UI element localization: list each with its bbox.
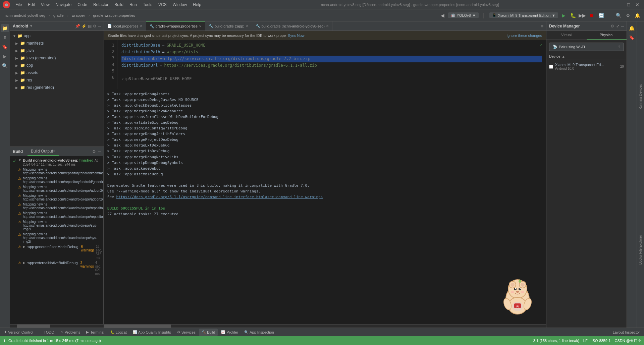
menu-view[interactable]: View bbox=[38, 2, 52, 8]
sync-button[interactable]: 🔄 bbox=[597, 11, 605, 19]
commit-icon[interactable]: ⬆ bbox=[1, 34, 9, 42]
search-everywhere-button[interactable]: 🔍 bbox=[614, 11, 623, 19]
bookmarks-icon[interactable]: 🔖 bbox=[1, 43, 9, 51]
tab-close-icon[interactable]: ✕ bbox=[246, 24, 249, 28]
bottom-services[interactable]: ⚙ Services bbox=[174, 329, 198, 336]
run-config-selector[interactable]: 🤖 YOLOv8 ▼ bbox=[448, 12, 479, 18]
hide-icon[interactable]: ─ bbox=[98, 24, 101, 28]
build-output-tab[interactable]: Build Output ✕ bbox=[28, 147, 59, 156]
menu-code[interactable]: Code bbox=[75, 2, 90, 8]
build-warning-4[interactable]: ⚠ Mapping new ns http://schemas.android.… bbox=[10, 193, 103, 202]
breadcrumb-project[interactable]: ncnn-android-yolov8-seg bbox=[3, 13, 47, 18]
bottom-app-inspection[interactable]: 🔍 App Inspection bbox=[241, 329, 277, 336]
tree-item-res[interactable]: ▶ 📁 res bbox=[10, 76, 104, 84]
maximize-button[interactable]: □ bbox=[625, 1, 633, 9]
build-warning-6[interactable]: ⚠ Mapping new ns http://schemas.android.… bbox=[10, 211, 103, 219]
ignore-changes-link[interactable]: Ignore these changes bbox=[506, 34, 542, 38]
run-with-coverage-button[interactable]: ▶▶ bbox=[578, 11, 586, 19]
breadcrumb-file[interactable]: gradle-wrapper.properties bbox=[91, 13, 137, 18]
bottom-profiler[interactable]: 📈 Profiler bbox=[218, 329, 241, 336]
device-settings-icon[interactable]: ⚙ bbox=[610, 24, 614, 28]
sort-icon[interactable]: ▲ bbox=[562, 55, 565, 58]
pin-icon[interactable]: 📌 bbox=[75, 24, 80, 28]
gradle-docs-link[interactable]: https://docs.gradle.org/6.1.1/userguide/… bbox=[116, 195, 323, 199]
android-dropdown[interactable]: ▼ bbox=[30, 24, 33, 28]
bottom-logcat[interactable]: 🐛 Logcat bbox=[108, 329, 129, 336]
pair-wifi-button[interactable]: 📡 Pair using Wi-Fi ? bbox=[549, 43, 624, 51]
build-warning-7[interactable]: ⚠ Mapping new ns http://schemas.android.… bbox=[10, 219, 103, 232]
bookmarks-side-icon[interactable]: 🔖 bbox=[628, 34, 636, 42]
tab-local-properties[interactable]: 📄 local.properties ✕ bbox=[104, 21, 146, 31]
settings-button[interactable]: ⚙ bbox=[624, 11, 632, 19]
build-hide-icon[interactable]: ─ bbox=[98, 149, 101, 154]
scrollbar-h[interactable] bbox=[10, 324, 104, 328]
device-expand-icon[interactable]: ⤢ bbox=[616, 24, 620, 28]
scrollbar-thumb[interactable] bbox=[17, 325, 50, 328]
build-warning-3[interactable]: ⚠ Mapping new ns http://schemas.android.… bbox=[10, 184, 103, 193]
running-devices-label[interactable]: Running Devices bbox=[638, 81, 643, 112]
menu-run[interactable]: Run bbox=[127, 2, 140, 8]
device-item-xiaomi[interactable]: Xiaomi MI 9 Transparent Ed... Android 10… bbox=[546, 61, 627, 72]
tree-item-cpp[interactable]: ▶ 📁 cpp bbox=[10, 62, 104, 69]
bottom-terminal[interactable]: ▶ Terminal bbox=[84, 329, 107, 336]
build-warning-5[interactable]: ⚠ Mapping new ns http://schemas.android.… bbox=[10, 202, 103, 211]
bottom-problems[interactable]: ⚠ Problems bbox=[58, 329, 83, 336]
find-icon[interactable]: 🔍 bbox=[1, 62, 9, 70]
collapse-all-icon[interactable]: ▤ bbox=[88, 24, 92, 28]
build-warning-8[interactable]: ⚠ Mapping new ns http://schemas.android.… bbox=[10, 232, 103, 244]
tabs-overflow-icon[interactable]: ≡ bbox=[538, 22, 546, 30]
tab-close-icon[interactable]: ✕ bbox=[199, 24, 202, 28]
bottom-app-quality[interactable]: 📊 App Quality Insights bbox=[130, 329, 174, 336]
device-checkbox[interactable] bbox=[549, 65, 553, 69]
build-scrollbar-thumb[interactable] bbox=[104, 325, 171, 328]
settings-panel-icon[interactable]: ⚙ bbox=[93, 24, 97, 28]
tab-close-icon[interactable]: ✕ bbox=[53, 149, 56, 153]
build-warning-2[interactable]: ⚠ Mapping new ns http://schemas.android.… bbox=[10, 176, 103, 184]
build-root-item[interactable]: ✓ ▼ Build ncnn-android-yolov8-seg: finis… bbox=[10, 158, 103, 167]
menu-file[interactable]: File bbox=[13, 2, 24, 8]
tree-item-assets[interactable]: ▶ 📁 assets bbox=[10, 69, 104, 76]
breadcrumb-wrapper[interactable]: wrapper bbox=[70, 13, 87, 18]
bottom-layout-inspector[interactable]: Layout Inspector bbox=[610, 329, 643, 336]
notifications-side-icon[interactable]: 🔔 bbox=[628, 24, 636, 32]
device-hide-icon[interactable]: ─ bbox=[621, 24, 624, 28]
virtual-tab[interactable]: Virtual bbox=[546, 31, 587, 40]
device-config-selector[interactable]: 📱 Xiaomi MI 9 Transparent Edition ▼ bbox=[489, 12, 558, 18]
build-scrollbar-h[interactable] bbox=[104, 324, 546, 328]
project-icon[interactable]: 📁 bbox=[1, 24, 9, 32]
breadcrumb-gradle[interactable]: gradle bbox=[51, 13, 66, 18]
sync-now-link[interactable]: Sync Now bbox=[288, 34, 305, 38]
run-button[interactable]: ▶ bbox=[559, 11, 568, 19]
menu-help[interactable]: Help bbox=[190, 2, 204, 8]
tree-item-res-generated[interactable]: ▶ 📁 res (generated) bbox=[10, 84, 104, 91]
build-settings-icon[interactable]: ⚙ bbox=[92, 149, 96, 154]
build-warning-1[interactable]: ⚠ Mapping new ns http://schemas.android.… bbox=[10, 167, 103, 176]
run-icon[interactable]: ▶ bbox=[1, 52, 9, 60]
bottom-version-control[interactable]: ⬆ Version Control bbox=[1, 329, 36, 336]
back-icon[interactable]: ◀ bbox=[439, 11, 447, 19]
menu-refactor[interactable]: Refactor bbox=[91, 2, 111, 8]
tab-gradle-wrapper[interactable]: 🔧 gradle-wrapper.properties ✕ bbox=[146, 21, 205, 31]
sort-icon[interactable]: ⚡ bbox=[82, 24, 87, 28]
close-button[interactable]: ✕ bbox=[633, 1, 641, 9]
debug-button[interactable]: 🐛 bbox=[569, 11, 577, 19]
tree-item-java-generated[interactable]: ▶ 📁 java (generated) bbox=[10, 54, 104, 62]
menu-vcs[interactable]: VCS bbox=[156, 2, 169, 8]
doctor-file-label[interactable]: Doctor File Explorer bbox=[638, 232, 643, 267]
menu-navigate[interactable]: Navigate bbox=[53, 2, 74, 8]
tree-item-app[interactable]: ▼ 📁 app bbox=[10, 32, 104, 40]
stop-button[interactable]: ⏹ bbox=[588, 11, 596, 19]
tab-build-gradle-ncnn[interactable]: 🔧 build.gradle (ncnn-android-yolov8-seg)… bbox=[252, 21, 332, 31]
notifications-button[interactable]: 🔔 bbox=[633, 11, 641, 19]
menu-edit[interactable]: Edit bbox=[25, 2, 38, 8]
tab-close-icon[interactable]: ✕ bbox=[326, 24, 329, 28]
bottom-build[interactable]: 🔨 Build bbox=[199, 329, 218, 336]
build-task-external[interactable]: ⚠ ▶ :app:externalNativeBuildDebug 2 warn… bbox=[10, 260, 103, 276]
menu-tools[interactable]: Tools bbox=[140, 2, 155, 8]
tab-build-gradle-app[interactable]: 🔧 build.gradle (:app) ✕ bbox=[205, 21, 252, 31]
code-area[interactable]: distributionBase=GRADLE_USER_HOME ✓ dist… bbox=[117, 40, 546, 89]
menu-build[interactable]: Build bbox=[112, 2, 126, 8]
bottom-todo[interactable]: ☰ TODO bbox=[37, 329, 57, 336]
tree-item-manifests[interactable]: ▶ 📁 manifests bbox=[10, 40, 104, 47]
menu-window[interactable]: Window bbox=[170, 2, 190, 8]
